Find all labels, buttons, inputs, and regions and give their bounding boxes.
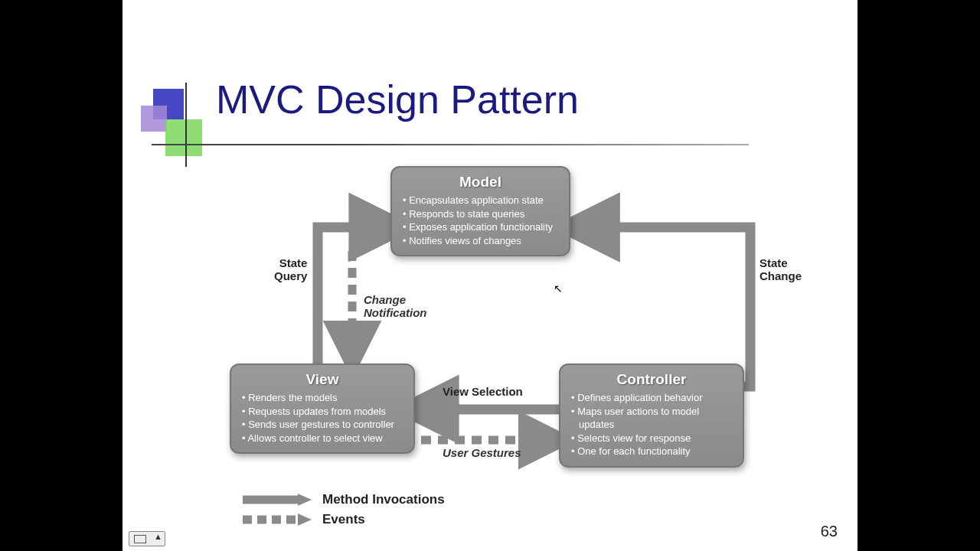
legend-dashed-label: Events — [322, 512, 365, 527]
legend-dashed-arrow-icon — [241, 513, 312, 527]
logo-square-purple — [141, 106, 167, 132]
label-view-selection: View Selection — [443, 385, 523, 398]
controller-bullets: Defines application behavior Maps user a… — [568, 391, 735, 458]
list-item: Defines application behavior — [571, 391, 735, 405]
list-item: One for each functionality — [571, 445, 735, 458]
logo-square-green — [165, 119, 202, 156]
list-item: Requests updates from models — [242, 405, 406, 419]
view-box: View Renders the models Requests updates… — [230, 364, 415, 454]
list-item: Encapsulates application state — [403, 194, 561, 207]
label-user-gestures: User Gestures — [443, 446, 521, 459]
mouse-cursor-icon: ↖ — [554, 283, 563, 294]
legend-solid-label: Method Invocations — [322, 492, 445, 507]
legend-row-dashed: Events — [241, 510, 445, 530]
label-change-notification: Change Notification — [364, 293, 427, 319]
model-heading: Model — [400, 174, 561, 191]
model-bullets: Encapsulates application state Responds … — [400, 194, 561, 247]
list-item: Renders the models — [242, 391, 406, 405]
logo-vertical-rule — [185, 83, 187, 167]
mvc-diagram: Model Encapsulates application state Res… — [237, 165, 758, 494]
list-item: Maps user actions to model updates — [571, 405, 735, 432]
list-item: Allows controller to select view — [242, 432, 406, 445]
label-state-query: State Query — [274, 256, 307, 282]
model-box: Model Encapsulates application state Res… — [390, 166, 570, 256]
slide-title: MVC Design Pattern — [216, 77, 579, 122]
legend-solid-arrow-icon — [241, 493, 312, 507]
legend-row-solid: Method Invocations — [241, 490, 445, 510]
list-item: Responds to state queries — [403, 207, 561, 221]
controller-box: Controller Defines application behavior … — [559, 364, 744, 468]
presenter-toolbar[interactable] — [129, 531, 165, 546]
logo-horizontal-rule — [152, 144, 749, 145]
list-item: Exposes application functionality — [403, 220, 561, 234]
slide: MVC Design Pattern Model — [122, 0, 858, 551]
controller-heading: Controller — [568, 371, 735, 388]
list-item: Selects view for response — [571, 432, 735, 445]
label-state-change: State Change — [760, 256, 802, 282]
list-item: Notifies views of changes — [403, 234, 561, 248]
legend: Method Invocations Events — [241, 490, 445, 530]
page-number: 63 — [821, 523, 838, 540]
view-heading: View — [239, 371, 406, 388]
list-item: Sends user gestures to controller — [242, 418, 406, 432]
view-bullets: Renders the models Requests updates from… — [239, 391, 406, 445]
